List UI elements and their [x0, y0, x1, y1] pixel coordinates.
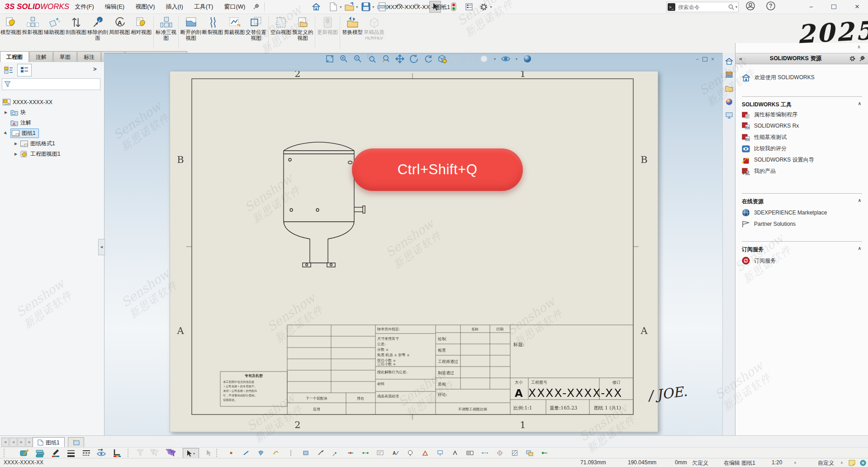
- empty-view-button[interactable]: 空白视图: [270, 15, 292, 35]
- filter-axis-icon[interactable]: [286, 448, 296, 458]
- pane-options-gear-icon[interactable]: [849, 55, 856, 62]
- display-style-caret[interactable]: ▾: [494, 57, 496, 61]
- pane-pin-icon[interactable]: [859, 56, 865, 62]
- section-subscription[interactable]: 订阅服务 ∧: [742, 246, 861, 253]
- select-filter-button[interactable]: ▾: [183, 448, 199, 459]
- replace-model-button[interactable]: 替换模型: [342, 15, 363, 35]
- crop-view-button[interactable]: 剪裁视图: [223, 15, 245, 35]
- filter-surface-icon[interactable]: [271, 448, 281, 458]
- design-library-icon[interactable]: [725, 71, 733, 78]
- scale-caret[interactable]: ∧: [794, 461, 797, 465]
- appearances-icon[interactable]: [725, 98, 733, 105]
- collapse-pane-icon[interactable]: «: [739, 55, 742, 62]
- tree-item-sheet1[interactable]: ▶ 图纸1: [4, 129, 39, 138]
- chevron-up-icon[interactable]: ∧: [858, 246, 861, 253]
- toolbar-grip[interactable]: [128, 449, 130, 457]
- tree-root-row[interactable]: XXXX-XXXX-XX: [3, 97, 52, 107]
- new-document-caret[interactable]: ▾: [340, 5, 342, 9]
- zoom-out-icon[interactable]: [353, 54, 363, 64]
- menu-file[interactable]: 文件(F): [69, 0, 100, 14]
- settings-wizard-link[interactable]: SOLIDWORKS 设置向导: [742, 156, 814, 164]
- tree-item-drawing-view1[interactable]: ▶ 工程图视图1: [14, 149, 61, 159]
- line-thickness-icon[interactable]: [66, 448, 76, 458]
- layers-icon[interactable]: [35, 448, 45, 458]
- filter-faces-icon[interactable]: [256, 448, 266, 458]
- new-document-button[interactable]: [328, 1, 339, 12]
- close-button[interactable]: ×: [850, 1, 864, 13]
- detail-view-button[interactable]: A 局部视图: [109, 15, 130, 35]
- toolbar-grip[interactable]: [4, 449, 6, 457]
- my-products-link[interactable]: 我的产品: [742, 167, 776, 175]
- model-view-button[interactable]: 模型视图: [0, 15, 22, 35]
- filter-sketch-point-icon[interactable]: [331, 448, 341, 458]
- status-tag-icon[interactable]: [860, 460, 866, 466]
- tree-item-blocks[interactable]: ▶ 块: [4, 108, 26, 117]
- file-properties-button[interactable]: [464, 1, 474, 12]
- zoom-in-icon[interactable]: [339, 54, 349, 64]
- auxiliary-view-button[interactable]: 辅助视图: [43, 15, 65, 35]
- sheet-tab-sheet1[interactable]: 图纸1: [33, 437, 65, 448]
- subscription-link[interactable]: 订阅服务: [742, 257, 776, 265]
- filter-stack-icon[interactable]: [166, 448, 175, 458]
- alternate-position-view-button[interactable]: 交替位置视图: [245, 15, 267, 41]
- panel-collapse-handle[interactable]: ◀: [98, 239, 105, 255]
- save-button[interactable]: [360, 1, 371, 12]
- add-sheet-button[interactable]: [68, 437, 84, 448]
- options-caret[interactable]: ▾: [490, 5, 492, 9]
- expanded-arrow-icon[interactable]: ▶: [3, 130, 9, 136]
- section-view-button[interactable]: 剖面视图: [65, 15, 87, 35]
- hide-show-edges-icon[interactable]: [97, 448, 107, 458]
- relative-view-button[interactable]: 相对视图: [130, 15, 152, 35]
- menu-window[interactable]: 窗口(W): [218, 0, 251, 14]
- chevron-up-icon[interactable]: ∧: [858, 101, 861, 109]
- compare-my-score-link[interactable]: 比较我的评分: [742, 145, 787, 152]
- broken-out-section-button[interactable]: 断开的剖视图: [180, 15, 202, 41]
- filter-datum-icon[interactable]: [435, 448, 445, 458]
- partner-solutions-link[interactable]: Partner Solutions: [742, 220, 796, 228]
- color-display-mode-icon[interactable]: [112, 448, 122, 458]
- tab-drawing[interactable]: 工程图: [0, 51, 29, 62]
- filter-centermark-icon[interactable]: [495, 448, 505, 458]
- pin-menu-icon[interactable]: [251, 1, 261, 12]
- options-gear-button[interactable]: [478, 1, 489, 12]
- filter-surface-finish-icon[interactable]: [450, 448, 460, 458]
- minimize-button[interactable]: −: [804, 1, 818, 13]
- doc-restore-icon[interactable]: [702, 57, 707, 62]
- help-icon[interactable]: ?: [766, 1, 776, 11]
- account-icon[interactable]: [745, 1, 755, 11]
- layer-properties-icon[interactable]: [20, 448, 30, 458]
- tab-annotation[interactable]: 注解: [29, 51, 53, 62]
- tab-sketch[interactable]: 草图: [53, 51, 77, 62]
- search-icon[interactable]: [728, 4, 735, 10]
- resources-home-icon[interactable]: [725, 57, 733, 65]
- filter-midpoint-icon[interactable]: [346, 448, 356, 458]
- pan-icon[interactable]: [395, 54, 405, 64]
- appearance-sphere-icon[interactable]: [522, 54, 532, 64]
- filter-annotation-icon[interactable]: [375, 448, 385, 458]
- search-input[interactable]: [677, 4, 728, 11]
- property-manager-tab[interactable]: [17, 64, 32, 76]
- previous-view-icon[interactable]: [423, 54, 433, 64]
- command-search[interactable]: >_ ▾: [666, 2, 739, 12]
- selected-tree-item[interactable]: 图纸1: [10, 129, 39, 138]
- menu-tools[interactable]: 工具(T): [189, 0, 219, 14]
- hide-show-items-eye-icon[interactable]: [501, 54, 511, 64]
- filter-balloon-icon[interactable]: [405, 448, 415, 458]
- select-filter-caret[interactable]: ▾: [193, 452, 195, 456]
- property-tab-builder-link[interactable]: 属性标签编制程序: [742, 111, 797, 119]
- zoom-to-area-icon[interactable]: [367, 54, 377, 64]
- filter-block-icon[interactable]: [525, 448, 535, 458]
- restore-button[interactable]: [827, 1, 840, 13]
- hide-show-caret[interactable]: ▾: [516, 57, 517, 61]
- tree-item-annotations[interactable]: A 注解: [10, 118, 31, 128]
- tree-item-sheet-format1[interactable]: ▶ 图纸格式1: [14, 139, 55, 148]
- tree-filter[interactable]: [2, 78, 100, 90]
- zoom-to-selection-icon[interactable]: [381, 54, 391, 64]
- print-button[interactable]: [377, 1, 388, 12]
- expand-arrow-icon[interactable]: ▶: [14, 152, 18, 156]
- home-button[interactable]: [311, 1, 322, 12]
- line-style-icon[interactable]: [81, 448, 91, 458]
- filter-hatch-icon[interactable]: [510, 448, 520, 458]
- welcome-link[interactable]: 欢迎使用 SOLIDWORKS: [742, 74, 815, 81]
- break-view-button[interactable]: 断裂视图: [202, 15, 223, 35]
